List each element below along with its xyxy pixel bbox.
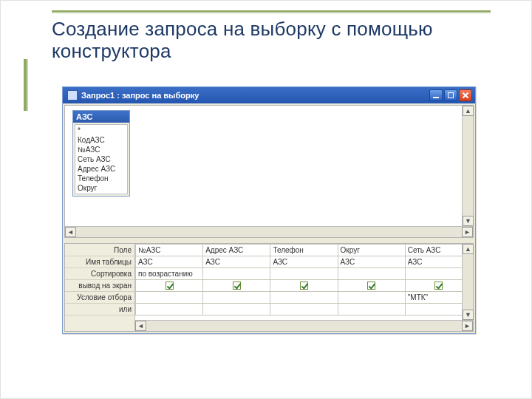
field-item[interactable]: КодАЗС xyxy=(77,135,126,145)
grid-cell[interactable] xyxy=(136,304,203,316)
field-list[interactable]: * КодАЗС №АЗС Сеть АЗС Адрес АЗС Телефон… xyxy=(75,124,128,194)
grid-cell[interactable] xyxy=(270,268,338,280)
design-grid[interactable]: №АЗС Адрес АЗС Телефон Округ Сеть АЗС АЗ… xyxy=(135,244,473,331)
row-header: Сортировка xyxy=(65,268,134,280)
grid-row-headers: Поле Имя таблицы Сортировка вывод на экр… xyxy=(65,244,135,331)
grid-cell[interactable] xyxy=(136,292,203,304)
grid-cell[interactable] xyxy=(338,292,405,304)
grid-cell[interactable] xyxy=(338,268,405,280)
row-header: Имя таблицы xyxy=(65,256,134,268)
scroll-right-icon[interactable]: ► xyxy=(462,321,473,331)
close-button[interactable] xyxy=(459,89,472,101)
row-field: №АЗС Адрес АЗС Телефон Округ Сеть АЗС xyxy=(136,245,473,256)
upper-vscrollbar[interactable]: ▲ ▼ xyxy=(462,106,473,226)
grid-cell[interactable] xyxy=(270,280,338,292)
row-header: Условие отбора xyxy=(65,292,134,304)
row-table: АЗС АЗС АЗС АЗС АЗС xyxy=(136,256,473,268)
field-item[interactable]: Округ xyxy=(77,183,126,193)
grid-cell[interactable]: АЗС xyxy=(270,256,338,268)
scroll-left-icon[interactable]: ◄ xyxy=(65,227,76,237)
field-item[interactable]: Сеть АЗС xyxy=(77,154,126,164)
field-item[interactable]: Адрес АЗС xyxy=(77,164,126,174)
row-show xyxy=(136,280,473,292)
row-or xyxy=(136,304,473,316)
window-title: Запрос1 : запрос на выборку xyxy=(81,91,428,100)
scroll-left-icon[interactable]: ◄ xyxy=(135,321,146,331)
grid-cell[interactable]: АЗС xyxy=(136,256,203,268)
field-item[interactable]: №АЗС xyxy=(77,145,126,154)
grid-cell[interactable]: Телефон xyxy=(270,245,338,256)
grid-cell[interactable] xyxy=(203,268,270,280)
field-item[interactable]: * xyxy=(77,126,126,135)
checkbox-icon[interactable] xyxy=(166,282,174,290)
row-header: или xyxy=(65,304,134,316)
scroll-right-icon[interactable]: ► xyxy=(462,227,473,237)
table-name[interactable]: АЗС xyxy=(73,111,129,123)
grid-cell[interactable] xyxy=(203,280,270,292)
row-header: Поле xyxy=(65,245,134,256)
row-sort: по возрастанию xyxy=(136,268,473,280)
grid-cell[interactable] xyxy=(203,292,270,304)
slide-accent-left xyxy=(24,59,28,111)
row-header: вывод на экран xyxy=(65,280,134,292)
window-icon xyxy=(67,90,78,100)
checkbox-icon[interactable] xyxy=(434,282,443,290)
minimize-button[interactable] xyxy=(429,89,443,101)
titlebar[interactable]: Запрос1 : запрос на выборку xyxy=(63,87,475,103)
row-criteria: "МТК" xyxy=(136,292,473,304)
maximize-button[interactable] xyxy=(444,89,457,101)
upper-hscrollbar[interactable]: ◄ ► xyxy=(65,226,473,237)
checkbox-icon[interactable] xyxy=(367,282,375,290)
slide-title: Создание запроса на выборку с помощью ко… xyxy=(52,18,491,62)
grid-cell[interactable]: по возрастанию xyxy=(136,268,203,280)
slide-accent-top xyxy=(52,10,491,13)
grid-cell[interactable] xyxy=(270,292,338,304)
field-item[interactable]: Телефон xyxy=(77,174,126,183)
grid-cell[interactable]: АЗС xyxy=(203,256,270,268)
table-box[interactable]: АЗС * КодАЗС №АЗС Сеть АЗС Адрес АЗС Тел… xyxy=(72,110,130,197)
grid-cell[interactable]: Округ xyxy=(338,245,405,256)
scroll-up-icon[interactable]: ▲ xyxy=(463,244,474,254)
grid-cell[interactable] xyxy=(203,304,270,316)
grid-cell[interactable]: Адрес АЗС xyxy=(203,245,270,256)
grid-cell[interactable]: №АЗС xyxy=(136,245,203,256)
grid-cell[interactable]: АЗС xyxy=(338,256,405,268)
grid-cell[interactable] xyxy=(270,304,338,316)
design-grid-pane: Поле Имя таблицы Сортировка вывод на экр… xyxy=(64,243,474,332)
scroll-up-icon[interactable]: ▲ xyxy=(463,106,474,116)
lower-hscrollbar[interactable]: ◄ ► xyxy=(135,320,473,331)
query-designer-window: Запрос1 : запрос на выборку АЗС * КодАЗС… xyxy=(62,86,476,334)
checkbox-icon[interactable] xyxy=(300,282,308,290)
grid-cell[interactable] xyxy=(136,280,203,292)
grid-cell[interactable] xyxy=(338,280,405,292)
checkbox-icon[interactable] xyxy=(233,282,241,290)
lower-vscrollbar[interactable]: ▲ ▼ xyxy=(462,244,473,320)
scroll-down-icon[interactable]: ▼ xyxy=(463,216,474,226)
grid-cell[interactable] xyxy=(338,304,405,316)
scroll-down-icon[interactable]: ▼ xyxy=(463,310,474,320)
table-diagram-pane[interactable]: АЗС * КодАЗС №АЗС Сеть АЗС Адрес АЗС Тел… xyxy=(64,105,474,238)
